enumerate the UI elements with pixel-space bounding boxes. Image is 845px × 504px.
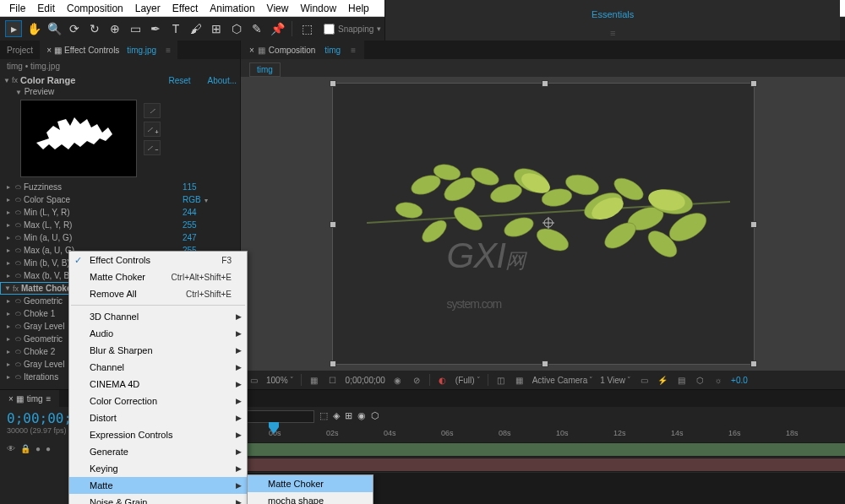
workspace-essentials[interactable]: Essentials <box>592 9 634 19</box>
color-icon[interactable]: ◐ <box>437 374 449 386</box>
svg-point-19 <box>394 200 423 219</box>
anchor-tool[interactable]: ⊕ <box>106 20 123 37</box>
pixel-aspect-icon[interactable]: ▭ <box>638 374 650 386</box>
exposure-value[interactable]: +0.0 <box>731 376 748 385</box>
eyedropper-key[interactable]: ⟋ <box>144 103 161 118</box>
snapping-checkbox[interactable] <box>324 24 335 35</box>
puppet-tool[interactable]: 📌 <box>269 20 286 37</box>
playhead[interactable] <box>269 422 279 434</box>
snapshot-icon[interactable]: ◉ <box>392 374 404 386</box>
show-snapshot-icon[interactable]: ⊘ <box>411 374 422 386</box>
roto-tool[interactable]: ✎ <box>248 20 265 37</box>
rotate-tool[interactable]: ↻ <box>86 20 103 37</box>
eyedropper-sub[interactable]: ⟋₋ <box>144 140 161 155</box>
menu-edit[interactable]: Edit <box>31 3 61 14</box>
tl-icon-4[interactable]: ◉ <box>357 410 366 423</box>
menu-item-generate[interactable]: Generate▶ <box>69 443 247 460</box>
eye-icon[interactable]: 👁 <box>7 444 15 453</box>
composition-content <box>367 143 730 295</box>
menu-file[interactable]: File <box>3 3 31 14</box>
search-icon[interactable]: 🔍 <box>604 0 621 1</box>
roi-icon[interactable]: ◫ <box>495 374 507 386</box>
timeline-icon[interactable]: ▤ <box>675 374 687 386</box>
reset-exposure-icon[interactable]: ☼ <box>712 374 724 386</box>
toolbar: ▸ ✋ 🔍 ⟳ ↻ ⊕ ▭ ✒ T 🖌 ⊞ ⬡ ✎ 📌 ⬚ Snapping▾ … <box>0 17 845 41</box>
menu-item-3d-channel[interactable]: 3D Channel▶ <box>69 308 247 325</box>
current-time[interactable]: 0;00;00;00 <box>346 376 385 385</box>
layer-bar-2[interactable] <box>240 458 845 471</box>
menu-item-color-correction[interactable]: Color Correction▶ <box>69 393 247 409</box>
menu-item-audio[interactable]: Audio▶ <box>69 325 247 342</box>
orbit-tool[interactable]: ⟳ <box>66 20 83 37</box>
tl-icon-2[interactable]: ◈ <box>333 410 340 423</box>
clone-tool[interactable]: ⊞ <box>208 20 225 37</box>
magnify-icon[interactable]: ▭ <box>248 374 259 386</box>
fast-previews-icon[interactable]: ⚡ <box>657 374 668 386</box>
menu-item-remove-all[interactable]: Remove AllCtrl+Shift+E <box>69 285 247 302</box>
hand-tool[interactable]: ✋ <box>25 20 42 37</box>
view-dropdown[interactable]: 1 View˅ <box>600 376 631 385</box>
tl-icon-3[interactable]: ⊞ <box>345 410 352 423</box>
menu-item-matte-choker[interactable]: Matte ChokerCtrl+Alt+Shift+E <box>69 268 247 285</box>
watermark: GXI网 system.com <box>447 236 525 317</box>
menu-window[interactable]: Window <box>294 3 342 14</box>
tl-icon-1[interactable]: ⬚ <box>319 410 328 423</box>
about-link[interactable]: About... <box>208 76 237 85</box>
param-color-space[interactable]: ▸⬭Color SpaceRGB▾ <box>0 193 240 206</box>
project-tab[interactable]: Project <box>0 41 40 59</box>
submenu-item-mocha-shape[interactable]: mocha shape <box>248 492 373 504</box>
fx-color-range-header[interactable]: ▼fx Color Range Reset About... <box>0 73 240 87</box>
matte-submenu: Matte Chokermocha shapeRefine Hard Matte… <box>247 474 373 504</box>
param-max--l--y--r-[interactable]: ▸⬭Max (L, Y, R)255 <box>0 219 240 231</box>
tl-icon-5[interactable]: ⬡ <box>371 410 379 423</box>
eraser-tool[interactable]: ⬡ <box>228 20 245 37</box>
menu-item-blur---sharpen[interactable]: Blur & Sharpen▶ <box>69 342 247 359</box>
layer-tab[interactable]: timg <box>249 62 281 77</box>
viewport[interactable]: GXI网 system.com <box>241 77 845 371</box>
param-min--a--u--g-[interactable]: ▸⬭Min (a, U, G)247 <box>0 231 240 244</box>
zoom-tool[interactable]: 🔍 <box>46 20 63 37</box>
param-fuzziness[interactable]: ▸⬭Fuzziness115 <box>0 181 240 193</box>
timeline-tab[interactable]: × ▦ timg ≡ <box>0 390 59 407</box>
menu-item-noise---grain[interactable]: Noise & Grain▶ <box>69 494 247 504</box>
flowchart-icon[interactable]: ⬡ <box>694 374 706 386</box>
rect-tool[interactable]: ▭ <box>127 20 144 37</box>
transparency-icon[interactable]: ▦ <box>514 374 526 386</box>
brush-tool[interactable]: 🖌 <box>188 20 204 37</box>
viewer-controls: ▭ 100%˅ ▦ ☐ 0;00;00;00 ◉ ⊘ ◐ (Full)˅ ◫ ▦… <box>241 371 845 389</box>
selection-tool[interactable]: ▸ <box>5 20 22 37</box>
menu-animation[interactable]: Animation <box>204 3 260 14</box>
resolution-icon[interactable]: ▦ <box>308 374 320 386</box>
menu-help[interactable]: Help <box>342 3 375 14</box>
composition-panel: ×▦Composition timg≡ timg <box>240 41 845 389</box>
menu-item-effect-controls[interactable]: ✓Effect ControlsF3 <box>69 252 247 268</box>
reset-link[interactable]: Reset <box>168 76 190 85</box>
search-input[interactable] <box>247 410 314 423</box>
menu-item-expression-controls[interactable]: Expression Controls▶ <box>69 426 247 443</box>
composition-tab[interactable]: ×▦Composition timg≡ <box>241 41 364 59</box>
menu-item-channel[interactable]: Channel▶ <box>69 359 247 376</box>
layer-bar-1[interactable] <box>240 443 845 456</box>
menu-composition[interactable]: Composition <box>61 3 129 14</box>
channel-icon[interactable]: ☐ <box>327 374 339 386</box>
camera-dropdown[interactable]: Active Camera˅ <box>532 376 594 385</box>
panel-path: timg • timg.jpg <box>0 59 240 73</box>
zoom-dropdown[interactable]: 100%˅ <box>266 376 294 385</box>
menu-view[interactable]: View <box>261 3 295 14</box>
pen-tool[interactable]: ✒ <box>147 20 164 37</box>
eyedropper-add[interactable]: ⟋₊ <box>144 122 161 137</box>
menu-effect[interactable]: Effect <box>166 3 204 14</box>
menu-item-keying[interactable]: Keying▶ <box>69 460 247 477</box>
type-tool[interactable]: T <box>167 20 184 37</box>
param-min--l--y--r-[interactable]: ▸⬭Min (L, Y, R)244 <box>0 206 240 219</box>
svg-point-18 <box>418 216 450 247</box>
local-axis-icon[interactable]: ⬚ <box>298 20 315 37</box>
menu-item-distort[interactable]: Distort▶ <box>69 409 247 426</box>
effect-controls-tab[interactable]: ×▦Effect Controls timg.jpg≡ <box>40 41 177 59</box>
resolution-dropdown[interactable]: (Full)˅ <box>455 376 481 385</box>
submenu-item-matte-choker[interactable]: Matte Choker <box>248 475 373 492</box>
menu-layer[interactable]: Layer <box>129 3 166 14</box>
lock-icon[interactable]: 🔒 <box>20 444 30 453</box>
menu-item-cinema-4d[interactable]: CINEMA 4D▶ <box>69 376 247 393</box>
menu-item-matte[interactable]: Matte▶Matte Chokermocha shapeRefine Hard… <box>69 477 247 494</box>
